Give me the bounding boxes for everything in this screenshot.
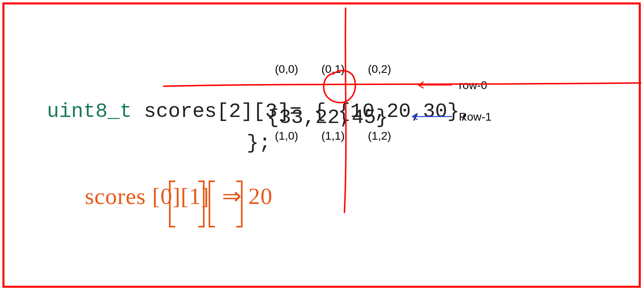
label-row-0: row-0 [459,79,487,92]
index-1-1: (1,1) [321,130,345,142]
index-0-1: (0,1) [321,63,345,76]
diagram-frame [2,2,641,288]
label-row-1: Row-1 [459,110,492,123]
index-1-0: (1,0) [275,130,298,142]
code-line-1: uint8_t scores[2][3]= { {10,20,30}, [23,77,471,123]
index-0-2: (0,2) [368,63,391,76]
code-line-3: }; [247,132,271,155]
index-0-0: (0,0) [275,63,298,76]
keyword-uint8t: uint8_t [47,100,132,123]
index-1-2: (1,2) [368,130,391,142]
code-line-2: {33,22,45} [267,106,388,129]
handwritten-expression: scores [0][1] ⇒ 20 [85,182,272,210]
